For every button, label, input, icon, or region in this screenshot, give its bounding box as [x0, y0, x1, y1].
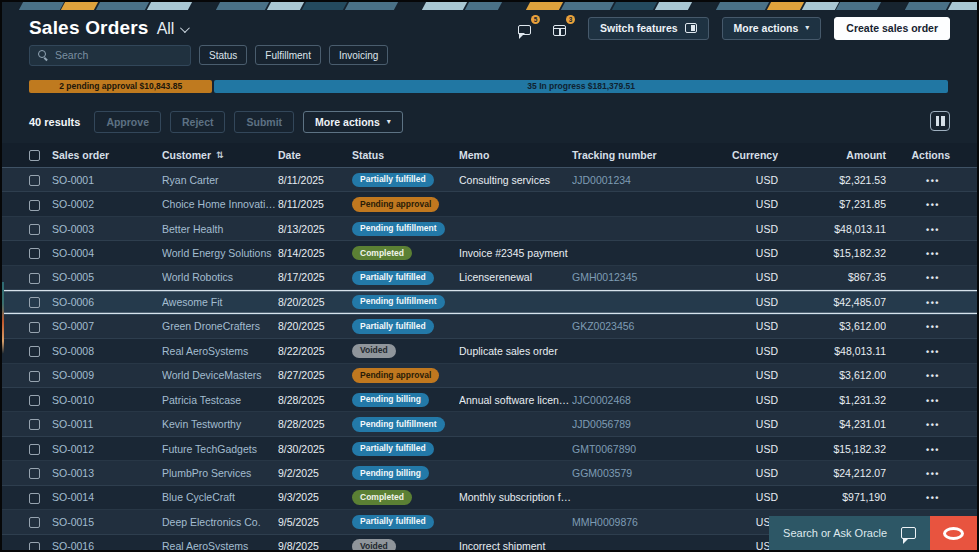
customer-link[interactable]: Real AeroSystems — [162, 345, 278, 357]
row-actions-button[interactable]: ••• — [886, 271, 950, 283]
filter-chip-fulfillment[interactable]: Fulfillment — [255, 45, 321, 65]
col-header-sales-order[interactable]: Sales order — [52, 149, 162, 161]
row-actions-button[interactable]: ••• — [886, 394, 950, 406]
column-settings-button[interactable] — [930, 111, 950, 131]
sales-order-link[interactable]: SO-0004 — [52, 247, 162, 259]
table-row[interactable]: SO-0003Better Health8/13/2025Pending ful… — [2, 217, 977, 241]
customer-link[interactable]: Deep Electronics Co. — [162, 516, 278, 528]
row-checkbox[interactable] — [29, 322, 40, 333]
table-row[interactable]: SO-0014Blue CycleCraft9/3/2025CompletedM… — [2, 486, 977, 510]
row-actions-button[interactable]: ••• — [886, 369, 950, 381]
customer-link[interactable]: Real AeroSystems — [162, 540, 278, 552]
sales-order-link[interactable]: SO-0008 — [52, 345, 162, 357]
progress-segment-in-progress[interactable]: 35 In progress $181,379.51 — [214, 80, 948, 93]
customer-link[interactable]: Awesome Fit — [162, 296, 278, 308]
apps-button[interactable]: 3 — [553, 20, 571, 36]
row-checkbox[interactable] — [29, 200, 40, 211]
table-row[interactable]: SO-0007Green DroneCrafters8/20/2025Parti… — [2, 315, 977, 339]
sales-order-link[interactable]: SO-0013 — [52, 467, 162, 479]
customer-link[interactable]: Patricia Testcase — [162, 394, 278, 406]
row-checkbox[interactable] — [29, 542, 40, 552]
row-actions-button[interactable]: ••• — [886, 198, 950, 210]
row-checkbox[interactable] — [29, 444, 40, 455]
select-all-checkbox[interactable] — [29, 150, 40, 161]
submit-button[interactable]: Submit — [234, 111, 294, 133]
row-actions-button[interactable]: ••• — [886, 345, 950, 357]
customer-link[interactable]: Better Health — [162, 223, 278, 235]
view-selector[interactable]: All — [157, 20, 188, 38]
row-checkbox[interactable] — [29, 297, 40, 308]
customer-link[interactable]: Future TechGadgets — [162, 443, 278, 455]
row-checkbox[interactable] — [29, 371, 40, 382]
customer-link[interactable]: Ryan Carter — [162, 174, 278, 186]
col-header-memo[interactable]: Memo — [459, 149, 572, 161]
sales-order-link[interactable]: SO-0001 — [52, 174, 162, 186]
sales-order-link[interactable]: SO-0011 — [52, 418, 162, 430]
sales-order-link[interactable]: SO-0003 — [52, 223, 162, 235]
table-row[interactable]: SO-0005World Robotics8/17/2025Partially … — [2, 266, 977, 290]
row-checkbox[interactable] — [29, 175, 40, 186]
table-row[interactable]: SO-0006Awesome Fit8/20/2025Pending fulfi… — [2, 290, 977, 314]
col-header-amount[interactable]: Amount — [778, 149, 886, 161]
row-checkbox[interactable] — [29, 517, 40, 528]
filter-chip-invoicing[interactable]: Invoicing — [329, 45, 388, 65]
row-actions-button[interactable]: ••• — [886, 491, 950, 503]
table-row[interactable]: SO-0013PlumbPro Services9/2/2025Pending … — [2, 461, 977, 485]
sales-order-link[interactable]: SO-0006 — [52, 296, 162, 308]
row-checkbox[interactable] — [29, 395, 40, 406]
sales-order-link[interactable]: SO-0009 — [52, 369, 162, 381]
customer-link[interactable]: Green DroneCrafters — [162, 320, 278, 332]
table-row[interactable]: SO-0011Kevin Testworthy8/28/2025Pending … — [2, 412, 977, 436]
search-input[interactable] — [55, 49, 190, 61]
row-checkbox[interactable] — [29, 468, 40, 479]
col-header-date[interactable]: Date — [278, 149, 352, 161]
table-row[interactable]: SO-0001Ryan Carter8/11/2025Partially ful… — [2, 168, 977, 192]
customer-link[interactable]: PlumbPro Services — [162, 467, 278, 479]
row-checkbox[interactable] — [29, 248, 40, 259]
sales-order-link[interactable]: SO-0012 — [52, 443, 162, 455]
approve-button[interactable]: Approve — [94, 111, 161, 133]
sales-order-link[interactable]: SO-0014 — [52, 491, 162, 503]
row-actions-button[interactable]: ••• — [886, 443, 950, 455]
row-checkbox[interactable] — [29, 224, 40, 235]
col-header-tracking[interactable]: Tracking number — [572, 149, 698, 161]
row-checkbox[interactable] — [29, 346, 40, 357]
sales-order-link[interactable]: SO-0002 — [52, 198, 162, 210]
col-header-customer[interactable]: Customer ⇅ — [162, 149, 278, 161]
table-row[interactable]: SO-0009World DeviceMasters8/27/2025Pendi… — [2, 364, 977, 388]
sales-order-link[interactable]: SO-0007 — [52, 320, 162, 332]
row-actions-button[interactable]: ••• — [886, 174, 950, 186]
row-checkbox[interactable] — [29, 273, 40, 284]
filter-chip-status[interactable]: Status — [199, 45, 247, 65]
customer-link[interactable]: Choice Home Innovations — [162, 198, 278, 210]
feedback-button[interactable]: 5 — [518, 20, 536, 36]
row-actions-button[interactable]: ••• — [886, 247, 950, 259]
sales-order-link[interactable]: SO-0010 — [52, 394, 162, 406]
oracle-logo-button[interactable] — [930, 516, 977, 550]
customer-link[interactable]: World DeviceMasters — [162, 369, 278, 381]
progress-segment-pending-approval[interactable]: 2 pending approval $10,843.85 — [29, 80, 212, 93]
switch-features-button[interactable]: Switch features — [588, 17, 709, 40]
sales-order-link[interactable]: SO-0005 — [52, 271, 162, 283]
table-row[interactable]: SO-0010Patricia Testcase8/28/2025Pending… — [2, 388, 977, 412]
row-actions-button[interactable]: ••• — [886, 320, 950, 332]
row-checkbox[interactable] — [29, 493, 40, 504]
search-box[interactable] — [29, 45, 191, 66]
row-actions-button[interactable]: ••• — [886, 467, 950, 479]
chat-bubble-icon[interactable] — [901, 527, 916, 539]
ask-oracle-search[interactable]: Search or Ask Oracle — [769, 516, 930, 550]
customer-link[interactable]: World Robotics — [162, 271, 278, 283]
table-row[interactable]: SO-0012Future TechGadgets8/30/2025Partia… — [2, 437, 977, 461]
table-row[interactable]: SO-0002Choice Home Innovations8/11/2025P… — [2, 192, 977, 216]
row-checkbox[interactable] — [29, 419, 40, 430]
row-actions-button[interactable]: ••• — [886, 296, 950, 308]
customer-link[interactable]: Kevin Testworthy — [162, 418, 278, 430]
col-header-status[interactable]: Status — [352, 149, 459, 161]
col-header-currency[interactable]: Currency — [698, 149, 778, 161]
toolbar-more-actions-button[interactable]: More actions ▾ — [303, 111, 403, 133]
row-actions-button[interactable]: ••• — [886, 223, 950, 235]
sales-order-link[interactable]: SO-0015 — [52, 516, 162, 528]
reject-button[interactable]: Reject — [170, 111, 226, 133]
row-actions-button[interactable]: ••• — [886, 418, 950, 430]
table-row[interactable]: SO-0004World Energy Solutions8/14/2025Co… — [2, 241, 977, 265]
